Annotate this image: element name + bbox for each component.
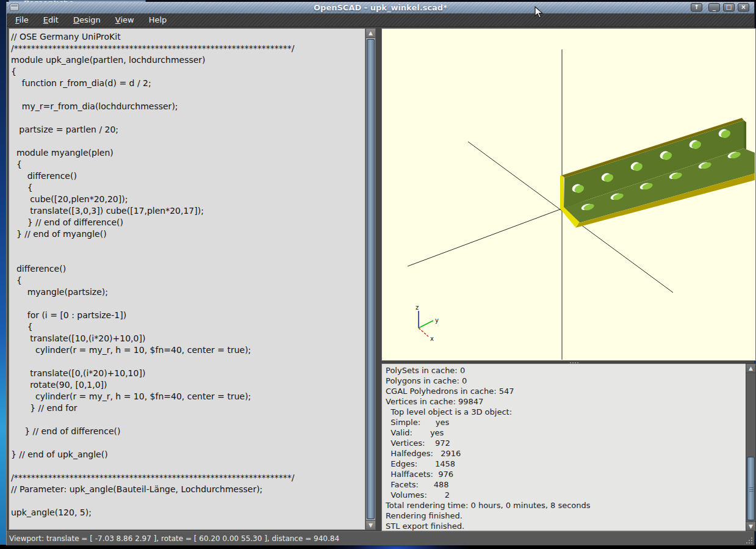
code-line [11,356,365,368]
desktop-wallpaper-bottom [0,545,756,549]
editor-scrollbar[interactable]: ▲ ▼ [365,28,376,530]
code-line: // Parameter: upk_angle(Bauteil-Länge, L… [11,484,365,495]
editor-scrollbar-thumb[interactable] [367,39,375,519]
x-axis-label: x [430,335,434,342]
code-line: } // end for [11,402,365,414]
code-line [11,437,365,449]
code-line: upk_angle(120, 5); [11,507,365,518]
scroll-down-icon[interactable]: ▼ [746,522,755,531]
code-line: } // end of upk_angle() [11,449,365,460]
console-line: Volumes: 2 [386,490,755,500]
code-line [11,136,365,147]
titlebar-buttons: ↑ _ □ × [691,3,749,12]
3d-scene: z y x [382,29,755,360]
shade-icon: ↑ [694,4,699,10]
z-axis-label: z [416,304,419,311]
x-axis-icon [419,328,428,336]
code-line: // OSE Germany UniProKit [11,31,365,43]
menu-design[interactable]: Design [67,14,107,26]
console-line: Halfedges: 2916 [386,448,755,459]
code-line: } // end of myangle() [11,228,365,240]
menu-file[interactable]: File [9,14,35,26]
code-line: { [11,275,365,286]
code-line: for (i = [0 : partsize-1]) [11,310,365,321]
menu-help[interactable]: Help [143,14,173,26]
titlebar[interactable]: OpenSCAD - upk_winkel.scad* ↑ _ □ × [7,2,754,13]
code-line [11,89,365,101]
vertical-splitter[interactable] [376,27,381,531]
code-line [11,298,365,310]
code-line: module upk_angle(partlen, lochdurchmesse… [11,54,365,66]
viewport-status-text: Viewport: translate = [ -7.03 8.86 2.97 … [9,534,339,543]
console-line: Polygons in cache: 0 [386,376,755,386]
code-line: translate([3,0,3]) cube([17,plen*20,17])… [11,205,365,217]
code-line: { [11,321,365,333]
code-line: cylinder(r = my_r, h = 10, $fn=40, cente… [11,344,365,356]
console-scrollbar-thumb[interactable] [747,457,755,520]
code-line: myangle(partsize); [11,286,365,298]
console-scrollbar[interactable]: ▲ ▼ [746,363,756,531]
code-line: { [11,182,365,194]
close-button[interactable]: × [738,3,749,12]
window-title: OpenSCAD - upk_winkel.scad* [7,3,754,12]
menu-view[interactable]: View [109,14,140,26]
code-line: function r_from_dia(d) = d / 2; [11,78,365,89]
code-text[interactable]: // OSE Germany UniProKit/***************… [9,29,365,518]
shade-button[interactable]: ↑ [691,3,702,12]
code-line: difference() [11,170,365,182]
console-line: Halffacets: 976 [386,469,755,479]
code-line: my_r=r_from_dia(lochdurchmesser); [11,101,365,112]
console-line: Vertices in cache: 99847 [386,396,755,407]
code-line [11,495,365,507]
minimize-button[interactable]: _ [708,3,720,12]
console-output: PolySets in cache: 0Polygons in cache: 0… [382,364,755,531]
maximize-icon: □ [726,4,732,10]
3d-viewport[interactable]: z y x [381,28,756,361]
code-line [11,240,365,252]
y-axis-label: y [435,317,439,324]
code-line [11,460,365,472]
axis-indicator: z y x [416,304,439,342]
menubar: File Edit Design View Help [7,13,754,27]
resize-grip-icon[interactable] [746,537,753,544]
code-line: } // end of difference() [11,426,365,437]
code-line: { [11,66,365,78]
console-panel: PolySets in cache: 0Polygons in cache: 0… [381,363,756,531]
scroll-up-icon[interactable]: ▲ [366,29,375,38]
console-line: Top level object is a 3D object: [386,407,755,417]
console-line: STL export finished. [386,521,755,531]
code-editor[interactable]: // OSE Germany UniProKit/***************… [9,28,365,530]
window-content: // OSE Germany UniProKit/***************… [9,27,754,531]
console-line: Total rendering time: 0 hours, 0 minutes… [386,500,755,511]
code-line: /***************************************… [11,43,365,54]
maximize-button[interactable]: □ [723,3,735,12]
code-line: /***************************************… [11,472,365,484]
close-icon: × [741,4,746,10]
code-line [11,112,365,124]
code-line [11,414,365,426]
code-line: partsize = partlen / 20; [11,124,365,136]
scroll-down-icon[interactable]: ▼ [366,520,375,529]
code-line: translate([10,(i*20)+10,0]) [11,333,365,344]
statusbar: Viewport: translate = [ -7.03 8.86 2.97 … [7,531,754,545]
openscad-window: OpenSCAD - upk_winkel.scad* ↑ _ □ × File… [6,2,755,545]
y-axis-icon [419,321,433,328]
code-line: } // end of difference() [11,217,365,228]
console-line: Rendering finished. [386,511,755,521]
code-line: difference() [11,263,365,275]
model-near-end-yellow-wall [560,175,564,209]
code-line: cube([20,plen*20,20]); [11,194,365,205]
code-line: cylinder(r = my_r, h = 10, $fn=40, cente… [11,391,365,402]
console-line: Vertices: 972 [386,438,755,448]
menu-edit[interactable]: Edit [37,14,65,26]
console-line: Edges: 1458 [386,459,755,469]
console-line: Valid: yes [386,427,755,438]
code-line: { [11,159,365,170]
angle-bracket-model [560,118,755,228]
scroll-up-icon[interactable]: ▲ [746,364,755,373]
code-line: rotate(90, [0,1,0]) [11,379,365,391]
console-line: Simple: yes [386,417,755,427]
console-line: CGAL Polyhedrons in cache: 547 [386,386,755,396]
code-line [11,252,365,263]
mouse-cursor-icon [535,6,544,22]
